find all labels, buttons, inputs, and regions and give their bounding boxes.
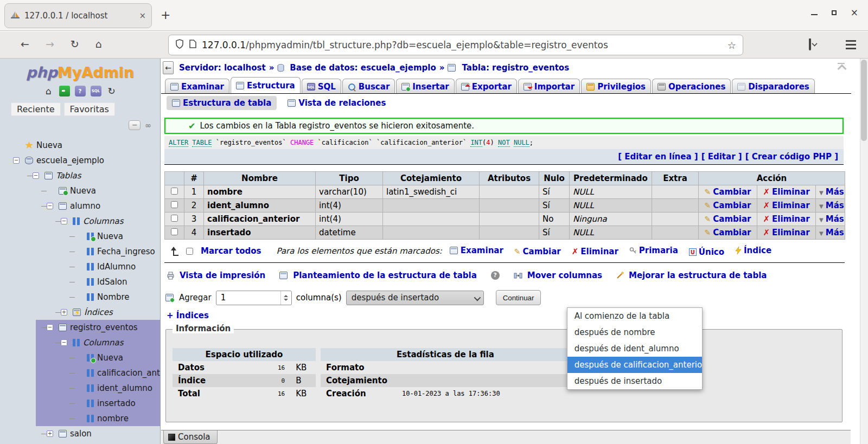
- tree-item-nueva[interactable]: Nueva: [0, 229, 160, 244]
- drop-link[interactable]: ✗Eliminar: [763, 214, 809, 224]
- tree-item-idalumno[interactable]: IdAlumno: [0, 259, 160, 274]
- tree-item-registro-eventos[interactable]: −registro_eventos: [0, 320, 160, 335]
- selected-action--ndice[interactable]: Índice: [735, 246, 771, 255]
- tree-item--ndices[interactable]: +Índices: [0, 305, 160, 320]
- console-tab[interactable]: Consola: [163, 430, 218, 444]
- check-all-checkbox[interactable]: [186, 248, 193, 255]
- more-link[interactable]: ▼Más: [819, 228, 844, 237]
- tab-importar[interactable]: Importar: [518, 79, 580, 94]
- row-checkbox[interactable]: [171, 201, 178, 208]
- selected-action-eliminar[interactable]: ✗Eliminar: [572, 247, 618, 256]
- tree-item-fecha-ingreso[interactable]: Fecha_ingreso: [0, 244, 160, 259]
- drop-link[interactable]: ✗Eliminar: [763, 201, 809, 210]
- breadcrumb-link[interactable]: Tabla: registro_eventos: [462, 63, 569, 73]
- drop-link[interactable]: ✗Eliminar: [763, 228, 809, 237]
- tab-privilegios[interactable]: Privilegios: [581, 79, 651, 94]
- tree-expander-icon[interactable]: +: [47, 430, 53, 437]
- tool-vista-de-impresi-n[interactable]: Vista de impresión: [167, 271, 265, 280]
- link-icon[interactable]: ∞: [145, 121, 150, 130]
- tree-expander-icon[interactable]: −: [61, 339, 67, 346]
- tree-item-nueva[interactable]: Nueva: [0, 350, 160, 365]
- tab-recent[interactable]: Reciente: [11, 102, 61, 116]
- tab-estructura[interactable]: Estructura: [231, 77, 301, 94]
- tree-expander-icon[interactable]: −: [33, 172, 39, 179]
- tab-operaciones[interactable]: Operaciones: [652, 79, 731, 94]
- url-bar[interactable]: 127.0.0.1/phpmyadmin/tbl_structure.php?d…: [168, 35, 743, 55]
- sql-link[interactable]: [ Editar ]: [701, 152, 742, 162]
- tab-insertar[interactable]: Insertar: [396, 79, 454, 94]
- tool-mover-columnas[interactable]: Mover columnas: [514, 271, 602, 280]
- help-icon[interactable]: ?: [75, 86, 86, 96]
- breadcrumb-link[interactable]: Base de datos: escuela_ejemplo: [290, 63, 436, 73]
- page-info-icon[interactable]: [189, 40, 196, 50]
- tree-item-columnas[interactable]: −Columnas: [0, 335, 160, 350]
- tree-item-alumno[interactable]: −alumno: [0, 198, 160, 214]
- nav-panel-back-icon[interactable]: ←: [163, 61, 174, 74]
- dropdown-option[interactable]: después de insertado: [567, 373, 702, 389]
- new-tab-button[interactable]: +: [161, 8, 170, 23]
- help-icon[interactable]: ?: [491, 271, 500, 280]
- back-icon[interactable]: ←: [21, 38, 29, 50]
- tool-planteamiento-de-la-estructura-de-tabla[interactable]: Planteamiento de la estructura de tabla: [279, 271, 477, 280]
- tree-item-insertado[interactable]: insertado: [0, 396, 160, 411]
- tree-item-nueva[interactable]: Nueva: [0, 183, 160, 198]
- dropdown-option[interactable]: después de calificacion_anterior: [567, 357, 702, 373]
- tree-item-tablas[interactable]: −Tablas: [0, 168, 160, 183]
- tree-item-nombre[interactable]: Nombre: [0, 289, 160, 305]
- more-link[interactable]: ▼Más: [819, 187, 844, 197]
- scrollbar-track[interactable]: [860, 59, 868, 444]
- tree-item-salon[interactable]: +salon: [0, 426, 160, 441]
- selected-action--nico[interactable]: UÚnico: [689, 247, 724, 257]
- tree-expander-icon[interactable]: −: [61, 218, 67, 224]
- tab-examinar[interactable]: Examinar: [165, 79, 229, 94]
- logout-icon[interactable]: [59, 86, 70, 96]
- pocket-icon[interactable]: [809, 38, 811, 50]
- bookmark-star-icon[interactable]: ☆: [727, 40, 736, 51]
- more-link[interactable]: ▼Más: [819, 201, 844, 210]
- drop-link[interactable]: ✗Eliminar: [763, 187, 809, 197]
- more-link[interactable]: ▼Más: [819, 214, 844, 224]
- change-link[interactable]: ✎Cambiar: [705, 214, 751, 224]
- menu-hamburger-icon[interactable]: [846, 44, 856, 46]
- row-checkbox[interactable]: [171, 188, 178, 195]
- collapse-all-icon[interactable]: −: [129, 120, 141, 130]
- sql-link[interactable]: [ Crear código PHP ]: [745, 152, 838, 162]
- sql-link[interactable]: [ Editar en línea ]: [618, 152, 698, 162]
- scroll-top-icon[interactable]: [837, 63, 846, 70]
- tree-expander-icon[interactable]: −: [13, 157, 20, 164]
- check-all-link[interactable]: Marcar todos: [201, 246, 261, 256]
- tab-disparadores[interactable]: Disparadores: [732, 79, 814, 94]
- window-minimize-icon[interactable]: [811, 14, 818, 15]
- scrollbar-thumb[interactable]: [861, 60, 867, 141]
- tab-close-icon[interactable]: ×: [139, 11, 146, 21]
- tree-item-columnas[interactable]: −Columnas: [0, 214, 160, 229]
- tree-item-nombre[interactable]: nombre: [0, 411, 160, 426]
- breadcrumb-link[interactable]: Servidor: localhost: [179, 63, 266, 73]
- browser-tab[interactable]: 127.0.0.1 / localhost ×: [4, 3, 152, 28]
- tree-item-calificacion-anterior[interactable]: calificacion_anterior: [0, 365, 160, 381]
- change-link[interactable]: ✎Cambiar: [705, 201, 751, 210]
- tab-favorites[interactable]: Favoritas: [64, 102, 115, 116]
- home-icon[interactable]: ⌂: [95, 38, 102, 50]
- shield-icon[interactable]: [175, 39, 184, 51]
- tree-item-idsalon[interactable]: IdSalon: [0, 274, 160, 289]
- tree-item-nueva[interactable]: Nueva: [0, 138, 160, 153]
- change-link[interactable]: ✎Cambiar: [705, 228, 751, 237]
- change-link[interactable]: ✎Cambiar: [705, 187, 751, 197]
- selected-action-examinar[interactable]: Examinar: [450, 246, 503, 255]
- continue-button[interactable]: Continuar: [496, 290, 541, 305]
- tree-expander-icon[interactable]: −: [47, 203, 53, 209]
- phpmyadmin-logo[interactable]: phpMyAdmin: [0, 64, 160, 81]
- subtab-estructura-de-tabla[interactable]: Estructura de tabla: [167, 96, 277, 110]
- position-select[interactable]: después de insertado: [346, 291, 484, 305]
- dropdown-option[interactable]: Al comienzo de la tabla: [567, 308, 702, 324]
- row-checkbox[interactable]: [171, 215, 178, 222]
- tab-buscar[interactable]: Buscar: [342, 79, 395, 94]
- column-count-input[interactable]: 1: [216, 291, 292, 305]
- selected-action-primaria[interactable]: Primaria: [629, 246, 678, 255]
- url-text[interactable]: 127.0.0.1/phpmyadmin/tbl_structure.php?d…: [202, 40, 722, 50]
- selected-action-cambiar[interactable]: ✎Cambiar: [514, 247, 561, 256]
- tab-sql[interactable]: SQLSQL: [302, 79, 341, 94]
- home-icon[interactable]: ⌂: [43, 86, 54, 96]
- tree-item-escuela-ejemplo[interactable]: −escuela_ejemplo: [0, 153, 160, 168]
